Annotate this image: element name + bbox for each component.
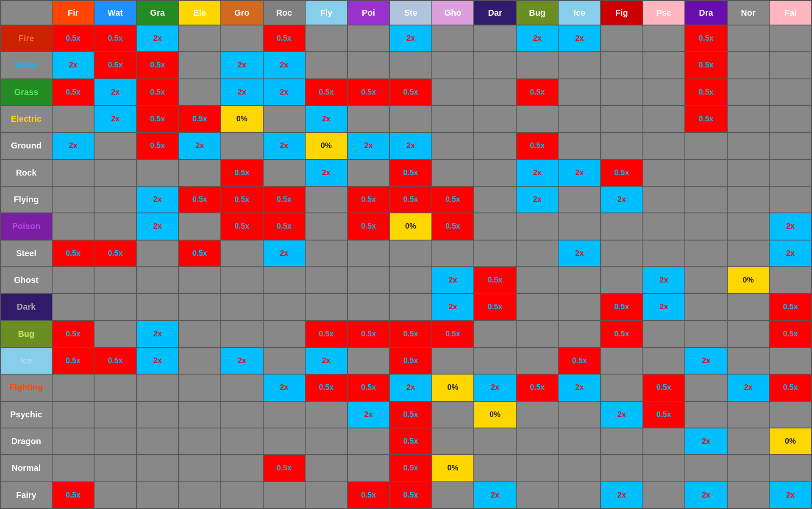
row-label-flying: Flying [0, 186, 52, 213]
cell [558, 267, 601, 294]
table-row: Poison2x0.5x0.5x0.5x0%0.5x2x [0, 213, 812, 240]
row-label-dragon: Dragon [0, 428, 52, 455]
cell [178, 455, 221, 481]
row-label-psychic: Psychic [0, 401, 52, 428]
cell [52, 186, 95, 213]
cell [516, 213, 559, 240]
cell: 0.5x [643, 374, 685, 401]
cell: 0.5x [474, 294, 516, 320]
cell [348, 294, 390, 320]
cell [685, 267, 727, 294]
table-row: Fairy0.5x0.5x0.5x2x2x2x2x [0, 482, 812, 509]
cell: 2x [727, 374, 770, 401]
cell: 2x [221, 79, 263, 106]
cell: 2x [348, 401, 390, 428]
row-label-ice: Ice [0, 347, 52, 374]
cell [727, 428, 770, 455]
cell: 0.5x [178, 186, 221, 213]
cell [52, 455, 95, 481]
cell: 2x [516, 25, 559, 52]
cell [348, 159, 390, 186]
cell [516, 267, 559, 294]
table-row: Flying2x0.5x0.5x0.5x0.5x0.5x0.5x2x2x [0, 186, 812, 213]
cell [432, 401, 474, 428]
cell: 0.5x [389, 347, 432, 374]
cell [94, 482, 136, 509]
cell [136, 294, 179, 320]
cell [558, 132, 601, 159]
cell [601, 132, 643, 159]
cell [348, 106, 390, 132]
cell [727, 294, 770, 320]
cell [305, 482, 348, 509]
cell [432, 52, 474, 78]
cell [727, 106, 770, 132]
cell: 0.5x [178, 240, 221, 267]
cell: 0.5x [348, 79, 390, 106]
cell: 0.5x [516, 132, 559, 159]
cell: 2x [348, 132, 390, 159]
cell [52, 294, 95, 320]
col-header-dar: Dar [474, 0, 516, 25]
cell [643, 455, 685, 481]
cell [178, 347, 221, 374]
col-header-fai: Fai [769, 0, 812, 25]
cell [94, 213, 136, 240]
row-label-fighting: Fighting [0, 374, 52, 401]
row-label-ghost: Ghost [0, 267, 52, 294]
cell [136, 267, 179, 294]
cell [643, 240, 685, 267]
cell: 2x [432, 267, 474, 294]
cell [727, 401, 770, 428]
cell: 2x [52, 52, 95, 78]
cell: 0.5x [52, 25, 95, 52]
cell [348, 347, 390, 374]
cell: 2x [136, 321, 179, 347]
cell [136, 455, 179, 481]
cell: 0.5x [432, 213, 474, 240]
cell [389, 106, 432, 132]
cell: 0.5x [348, 374, 390, 401]
cell [221, 294, 263, 320]
col-header-dra: Dra [685, 0, 727, 25]
cell [558, 213, 601, 240]
row-label-water: Water [0, 52, 52, 78]
cell [516, 428, 559, 455]
cell: 0.5x [94, 25, 136, 52]
cell [348, 267, 390, 294]
cell [221, 240, 263, 267]
col-header-bug: Bug [516, 0, 559, 25]
row-label-fairy: Fairy [0, 482, 52, 509]
cell: 2x [558, 240, 601, 267]
cell [685, 159, 727, 186]
cell [727, 482, 770, 509]
cell [601, 374, 643, 401]
cell: 0.5x [348, 213, 390, 240]
cell: 0% [389, 213, 432, 240]
col-header-roc: Roc [263, 0, 306, 25]
cell [52, 159, 95, 186]
table-row: Electric2x0.5x0.5x0%2x0.5x [0, 106, 812, 132]
cell: 0.5x [94, 240, 136, 267]
cell [727, 321, 770, 347]
col-header-fly: Fly [305, 0, 348, 25]
cell: 0.5x [221, 213, 263, 240]
cell [727, 159, 770, 186]
cell [558, 401, 601, 428]
cell: 2x [643, 267, 685, 294]
col-header-ste: Ste [389, 0, 432, 25]
cell: 2x [263, 52, 306, 78]
cell [685, 374, 727, 401]
cell: 2x [136, 213, 179, 240]
cell: 0% [432, 374, 474, 401]
cell [474, 159, 516, 186]
cell: 0% [769, 428, 812, 455]
row-label-grass: Grass [0, 79, 52, 106]
cell [685, 213, 727, 240]
cell [305, 401, 348, 428]
cell: 0.5x [136, 106, 179, 132]
cell [558, 482, 601, 509]
cell [221, 132, 263, 159]
cell [348, 240, 390, 267]
cell: 0.5x [389, 455, 432, 481]
